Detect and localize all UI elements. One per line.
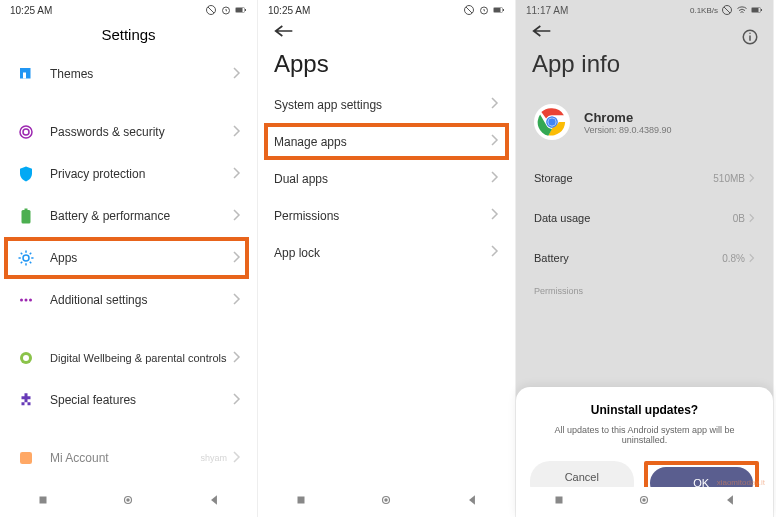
nav-recent[interactable]	[36, 493, 50, 511]
nav-home[interactable]	[637, 493, 651, 511]
svg-rect-35	[761, 9, 762, 11]
row-passwords[interactable]: Passwords & security	[0, 111, 257, 153]
nav-back[interactable]	[207, 493, 221, 511]
chevron-right-icon	[233, 167, 241, 182]
dialog-message: All updates to this Android system app w…	[530, 425, 759, 445]
battery-icon	[235, 4, 247, 16]
apps-list: System app settings Manage apps Dual app…	[258, 86, 515, 487]
wifi-icon	[736, 4, 748, 16]
row-label: App lock	[274, 246, 491, 260]
mi-icon	[16, 448, 36, 468]
svg-rect-28	[297, 497, 304, 504]
row-special[interactable]: Special features	[0, 379, 257, 421]
svg-point-46	[643, 498, 647, 502]
nav-recent[interactable]	[294, 493, 308, 511]
row-label: Permissions	[274, 209, 491, 223]
nav-back[interactable]	[723, 493, 737, 511]
wellbeing-icon	[16, 348, 36, 368]
chevron-right-icon	[233, 251, 241, 266]
nav-recent[interactable]	[552, 493, 566, 511]
nav-home[interactable]	[379, 493, 393, 511]
svg-point-21	[127, 498, 131, 502]
row-app-lock[interactable]: App lock	[258, 234, 515, 271]
svg-rect-4	[236, 8, 243, 12]
apps-screen: 10:25 AM Apps System app settings Manage…	[258, 0, 516, 517]
row-data-usage[interactable]: Data usage 0B	[516, 198, 773, 238]
fingerprint-icon	[16, 122, 36, 142]
settings-list: Themes Passwords & security Privacy prot…	[0, 53, 257, 487]
app-text: Chrome Version: 89.0.4389.90	[584, 110, 672, 135]
status-icons	[205, 4, 247, 16]
row-mi-account[interactable]: Mi Account shyam	[0, 437, 257, 479]
chevron-right-icon	[233, 393, 241, 408]
chrome-icon	[534, 104, 570, 140]
row-apps[interactable]: Apps	[0, 237, 257, 279]
svg-rect-34	[752, 8, 759, 12]
row-battery[interactable]: Battery 0.8%	[516, 238, 773, 278]
row-label: Passwords & security	[50, 125, 233, 139]
status-icons	[463, 4, 505, 16]
chevron-right-icon	[491, 208, 499, 223]
row-value: 510MB	[713, 173, 745, 184]
svg-point-43	[548, 118, 556, 126]
chevron-right-icon	[233, 67, 241, 82]
row-label: Additional settings	[50, 293, 233, 307]
row-label: Digital Wellbeing & parental controls	[50, 352, 233, 364]
row-privacy[interactable]: Privacy protection	[0, 153, 257, 195]
row-additional[interactable]: Additional settings	[0, 279, 257, 321]
nav-back[interactable]	[465, 493, 479, 511]
svg-point-17	[23, 355, 29, 361]
row-battery[interactable]: Battery & performance	[0, 195, 257, 237]
nav-home[interactable]	[121, 493, 135, 511]
svg-point-9	[23, 129, 29, 135]
chevron-right-icon	[233, 125, 241, 140]
puzzle-icon	[16, 390, 36, 410]
svg-line-23	[466, 7, 472, 13]
back-button[interactable]	[274, 24, 294, 42]
svg-rect-5	[245, 9, 246, 11]
dnd-icon	[721, 4, 733, 16]
row-wellbeing[interactable]: Digital Wellbeing & parental controls	[0, 337, 257, 379]
svg-point-12	[23, 255, 29, 261]
page-title: Settings	[0, 20, 257, 53]
chevron-right-icon	[233, 351, 241, 366]
row-themes[interactable]: Themes	[0, 53, 257, 95]
info-icon[interactable]	[741, 28, 759, 50]
settings-screen: 10:25 AM Settings Themes Passwords & sec…	[0, 0, 258, 517]
row-label: Storage	[534, 172, 573, 184]
row-label: Special features	[50, 393, 233, 407]
back-button[interactable]	[532, 24, 552, 42]
app-version: Version: 89.0.4389.90	[584, 125, 672, 135]
svg-rect-18	[20, 452, 32, 464]
row-storage[interactable]: Storage 510MB	[516, 158, 773, 198]
row-label: System app settings	[274, 98, 491, 112]
svg-rect-10	[22, 210, 31, 224]
gear-icon	[16, 248, 36, 268]
battery-icon	[751, 4, 763, 16]
alarm-icon	[478, 4, 490, 16]
app-info-screen: 11:17 AM 0.1KB/s App info Chrome Version…	[516, 0, 774, 517]
row-manage-apps[interactable]: Manage apps	[258, 123, 515, 160]
info-rows: Storage 510MB Data usage 0B Battery 0.8%	[516, 158, 773, 278]
svg-point-15	[29, 299, 32, 302]
svg-rect-19	[39, 497, 46, 504]
nav-bar	[0, 487, 257, 517]
themes-icon	[16, 64, 36, 84]
status-bar: 10:25 AM	[0, 0, 257, 20]
section-permissions: Permissions	[516, 278, 773, 300]
net-speed: 0.1KB/s	[690, 6, 718, 15]
chevron-right-icon	[491, 171, 499, 186]
row-system-app-settings[interactable]: System app settings	[258, 86, 515, 123]
svg-point-30	[385, 498, 389, 502]
battery-icon	[493, 4, 505, 16]
status-icons: 0.1KB/s	[690, 4, 763, 16]
dots-icon	[16, 290, 36, 310]
status-bar: 10:25 AM	[258, 0, 515, 20]
alarm-icon	[220, 4, 232, 16]
row-label: Privacy protection	[50, 167, 233, 181]
svg-point-14	[25, 299, 28, 302]
row-permissions[interactable]: Permissions	[258, 197, 515, 234]
chevron-right-icon	[749, 253, 755, 263]
row-dual-apps[interactable]: Dual apps	[258, 160, 515, 197]
app-header: Chrome Version: 89.0.4389.90	[516, 86, 773, 158]
